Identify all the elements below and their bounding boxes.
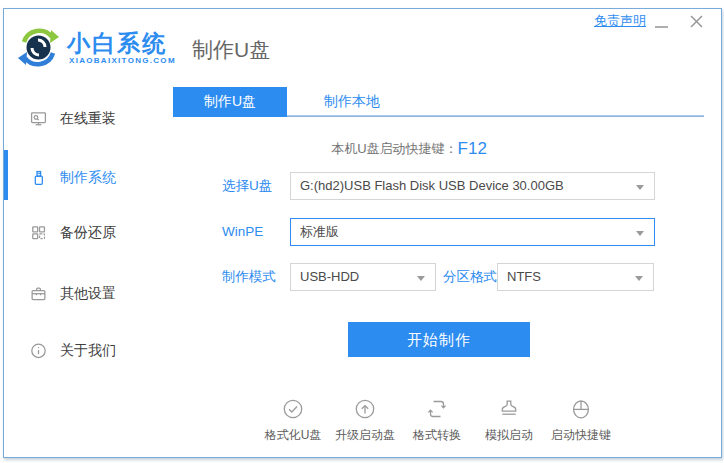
tab-make-usb[interactable]: 制作U盘 bbox=[173, 87, 287, 117]
tool-label: 格式化U盘 bbox=[257, 427, 329, 444]
boot-hotkey-prefix: 本机U盘启动快捷键： bbox=[331, 141, 457, 156]
tools-row: 格式化U盘 升级启动盘 格式转换 bbox=[257, 397, 657, 444]
partition-select[interactable]: NTFS bbox=[497, 263, 654, 291]
tool-simulate-boot[interactable]: 模拟启动 bbox=[473, 397, 545, 444]
mode-select-label: 制作模式 bbox=[222, 263, 276, 291]
partition-select-label: 分区格式 bbox=[443, 263, 497, 291]
sidebar-item-label: 备份还原 bbox=[60, 224, 116, 242]
tab-make-local[interactable]: 制作本地 bbox=[287, 87, 417, 115]
arrow-up-circle-icon bbox=[353, 397, 377, 421]
usb-select-label: 选择U盘 bbox=[222, 172, 272, 200]
monitor-icon bbox=[30, 110, 47, 127]
tool-upgrade-boot-disk[interactable]: 升级启动盘 bbox=[329, 397, 401, 444]
start-make-button[interactable]: 开始制作 bbox=[348, 322, 530, 357]
chevron-down-icon bbox=[635, 276, 643, 281]
backup-grid-icon bbox=[30, 224, 47, 241]
chevron-down-icon bbox=[636, 231, 644, 236]
sidebar-item-label: 其他设置 bbox=[60, 285, 116, 303]
check-circle-icon bbox=[281, 397, 305, 421]
sidebar-item-label: 制作系统 bbox=[60, 169, 116, 187]
boot-hotkey-value: F12 bbox=[458, 139, 487, 158]
tool-boot-hotkey[interactable]: 启动快捷键 bbox=[545, 397, 617, 444]
partition-select-value: NTFS bbox=[507, 269, 541, 284]
sidebar-item-other-settings[interactable]: 其他设置 bbox=[4, 281, 164, 307]
convert-icon bbox=[425, 397, 449, 421]
usb-drive-icon bbox=[30, 169, 47, 186]
sidebar-item-online-reinstall[interactable]: 在线重装 bbox=[4, 106, 164, 132]
tool-label: 格式转换 bbox=[401, 427, 473, 444]
sidebar-item-label: 关于我们 bbox=[60, 342, 116, 360]
chevron-down-icon bbox=[417, 276, 425, 281]
winpe-select-label: WinPE bbox=[222, 218, 263, 246]
sidebar-item-about-us[interactable]: 关于我们 bbox=[4, 338, 164, 364]
page-title: 制作U盘 bbox=[192, 36, 270, 64]
close-icon[interactable] bbox=[689, 14, 704, 29]
chevron-down-icon bbox=[636, 185, 644, 190]
usb-select-value: G:(hd2)USB Flash Disk USB Device 30.00GB bbox=[300, 178, 564, 193]
minimize-icon[interactable] bbox=[654, 17, 669, 31]
sidebar-item-make-system[interactable]: 制作系统 bbox=[4, 165, 164, 191]
info-circle-icon bbox=[30, 342, 47, 359]
tool-label: 启动快捷键 bbox=[545, 427, 617, 444]
mode-select[interactable]: USB-HDD bbox=[290, 263, 436, 291]
app-logo-icon bbox=[15, 24, 62, 71]
usb-select[interactable]: G:(hd2)USB Flash Disk USB Device 30.00GB bbox=[290, 172, 655, 200]
winpe-select[interactable]: 标准版 bbox=[290, 218, 655, 246]
tool-format-convert[interactable]: 格式转换 bbox=[401, 397, 473, 444]
stamp-icon bbox=[497, 397, 521, 421]
sidebar-item-label: 在线重装 bbox=[60, 110, 116, 128]
sidebar-item-backup-restore[interactable]: 备份还原 bbox=[4, 220, 164, 246]
disclaimer-link[interactable]: 免责声明 bbox=[594, 12, 646, 30]
tool-format-usb[interactable]: 格式化U盘 bbox=[257, 397, 329, 444]
brand-name: 小白系统 bbox=[67, 28, 167, 59]
mouse-icon bbox=[569, 397, 593, 421]
app-window: 小白系统 XIAOBAIXITONG.COM 制作U盘 免责声明 在线重装 bbox=[3, 8, 722, 458]
mode-select-value: USB-HDD bbox=[300, 269, 359, 284]
brand-domain: XIAOBAIXITONG.COM bbox=[69, 56, 176, 65]
winpe-select-value: 标准版 bbox=[300, 224, 339, 239]
tool-label: 模拟启动 bbox=[473, 427, 545, 444]
tool-label: 升级启动盘 bbox=[329, 427, 401, 444]
briefcase-icon bbox=[30, 285, 47, 302]
boot-hotkey-hint: 本机U盘启动快捷键：F12 bbox=[174, 139, 644, 159]
